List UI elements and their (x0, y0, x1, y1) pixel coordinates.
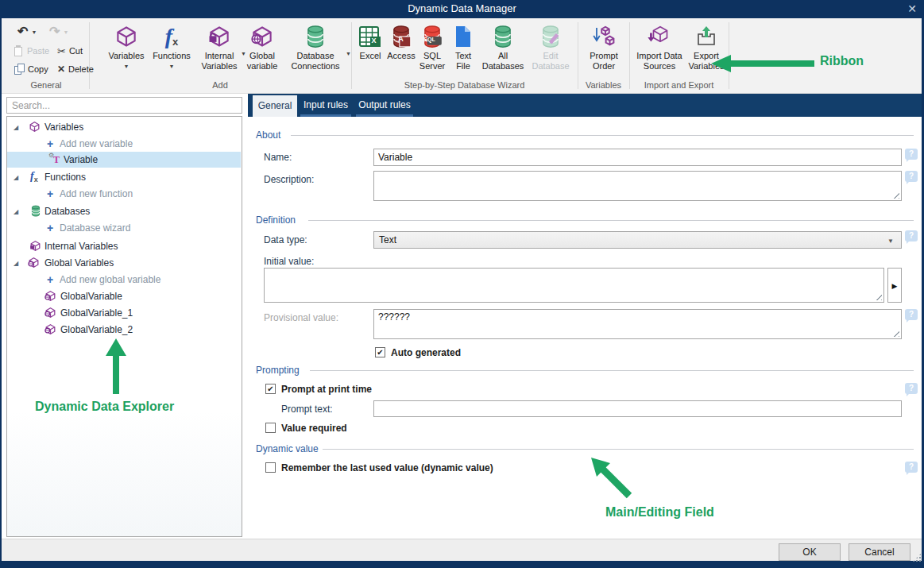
tree-item-label: Variable (64, 154, 98, 165)
paste-icon (14, 45, 24, 56)
tree-item-globalvariable[interactable]: GlobalVariable (7, 288, 241, 304)
import-data-sources-button[interactable]: Import Data Sources (635, 24, 684, 71)
cut-button[interactable]: ✂ Cut (57, 44, 83, 58)
tree-item-label: Databases (44, 206, 90, 217)
tree-item-add-new-variable[interactable]: + Add new variable (7, 136, 241, 152)
global-variable-button[interactable]: Global variable (244, 24, 280, 71)
plus-icon: + (47, 273, 53, 286)
copy-button[interactable]: Copy (14, 62, 48, 76)
section-rule (291, 135, 914, 136)
all-databases-button[interactable]: All Databases (479, 24, 527, 71)
check-icon: ✔ (267, 384, 273, 393)
explorer-annotation-arrow (103, 337, 129, 396)
excel-button[interactable]: X Excel (356, 24, 385, 61)
text-file-icon (449, 24, 477, 49)
text-file-button[interactable]: Text File (449, 24, 477, 71)
window-title: Dynamic Data Manager (0, 2, 924, 14)
internal-variable-lock-cube-icon (195, 24, 243, 49)
variable-cube-icon (103, 24, 149, 49)
data-type-select[interactable]: Text ▼ (373, 231, 902, 249)
expander-icon[interactable]: ◢ (14, 208, 18, 215)
remember-last-value-checkbox[interactable] (265, 462, 276, 473)
global-variable-globe-cube-icon (44, 307, 56, 319)
group-label-add: Add (89, 80, 351, 90)
tree-item-label: Functions (44, 172, 86, 183)
group-separator (351, 22, 352, 89)
undo-button[interactable]: ↶ ▼ (17, 25, 37, 39)
tree-item-global-variables[interactable]: ◢ Global Variables (7, 255, 241, 271)
data-type-label: Data type: (264, 234, 307, 245)
insert-data-source-button[interactable]: ▶ (887, 268, 902, 303)
group-separator (629, 22, 630, 89)
ribbon: ↶ ▼ ↷ ▼ Paste ✂ Cut Copy ✕ Delete Genera… (2, 18, 922, 94)
sql-badge: SQL (423, 35, 436, 44)
prompt-order-icon (583, 24, 624, 49)
global-variable-globe-cube-icon (28, 257, 40, 269)
function-fx-icon: fx (30, 170, 38, 184)
expander-icon[interactable]: ◢ (14, 124, 18, 131)
initial-value-field[interactable] (264, 268, 884, 303)
tab-label: Output rules (358, 99, 410, 110)
tree-item-database-wizard[interactable]: + Database wizard (7, 220, 241, 236)
close-icon[interactable]: ✕ (903, 2, 922, 17)
tree-item-label: Add new global variable (60, 274, 160, 285)
search-input[interactable] (6, 97, 242, 114)
name-field[interactable] (373, 149, 902, 166)
paste-button[interactable]: Paste (14, 44, 49, 58)
access-button[interactable]: A Access (386, 24, 416, 61)
help-icon[interactable]: ? (905, 230, 918, 241)
value-required-label: Value required (281, 423, 347, 434)
cancel-button[interactable]: Cancel (849, 543, 910, 561)
auto-generated-checkbox[interactable]: ✔ (375, 347, 385, 357)
variables-button[interactable]: Variables ▼ (103, 24, 149, 71)
help-icon[interactable]: ? (905, 383, 918, 394)
tree-item-internal-variables[interactable]: Internal Variables (7, 238, 241, 254)
delete-label: Delete (68, 64, 94, 74)
export-variables-icon (685, 24, 728, 49)
delete-button[interactable]: ✕ Delete (57, 62, 94, 76)
check-icon: ✔ (377, 348, 383, 357)
tab-label: Input rules (303, 99, 348, 110)
provisional-value-field[interactable]: ?????? (373, 309, 902, 339)
tree-item-globalvariable-2[interactable]: GlobalVariable_2 (7, 322, 241, 338)
expander-icon[interactable]: ◢ (14, 260, 18, 267)
database-connections-button[interactable]: Database Connections ▼ (281, 24, 350, 71)
redo-button[interactable]: ↷ ▼ (49, 25, 68, 39)
help-icon[interactable]: ? (905, 462, 918, 473)
prompt-at-print-time-checkbox[interactable]: ✔ (265, 384, 276, 394)
help-icon[interactable]: ? (905, 149, 918, 160)
tree-item-databases[interactable]: ◢ Databases (7, 203, 241, 219)
chevron-down-icon: ▼ (151, 61, 192, 71)
database-icon (30, 205, 41, 217)
tab-general[interactable]: General (253, 95, 297, 117)
group-separator (89, 22, 90, 89)
expander-icon[interactable]: ◢ (14, 174, 18, 181)
description-field[interactable] (373, 171, 902, 201)
functions-button[interactable]: fx Functions ▼ (151, 24, 192, 71)
sql-server-button[interactable]: SQL SQL Server (418, 24, 447, 71)
cut-label: Cut (69, 46, 83, 56)
function-fx-icon: fx (151, 24, 192, 49)
value-required-checkbox[interactable] (265, 423, 276, 433)
tab-input-rules[interactable]: Input rules (300, 94, 351, 114)
tree-item-variable-selected[interactable]: ⚙ T Variable (7, 152, 241, 168)
tree-item-globalvariable-1[interactable]: GlobalVariable_1 (7, 305, 241, 321)
help-icon[interactable]: ? (905, 309, 918, 320)
tree-item-variables[interactable]: ◢ Variables (7, 119, 241, 135)
tree-item-add-new-function[interactable]: + Add new function (7, 186, 241, 202)
ok-button[interactable]: OK (779, 543, 841, 561)
prompt-order-button[interactable]: Prompt Order (583, 24, 624, 71)
tab-output-rules[interactable]: Output rules (356, 94, 413, 114)
functions-label: Functions (151, 51, 192, 61)
group-label-variables: Variables (578, 80, 629, 90)
internal-variables-button[interactable]: Internal Variables ▼ (195, 24, 243, 71)
data-type-value: Text (379, 234, 396, 245)
footer-bar: OK Cancel (2, 539, 922, 561)
undo-icon: ↶ (17, 25, 28, 38)
tree-item-functions[interactable]: ◢ fx Functions (7, 169, 241, 185)
help-icon[interactable]: ? (905, 171, 918, 182)
prompt-order-label: Prompt Order (583, 51, 624, 71)
edit-database-button[interactable]: Edit Database (528, 24, 573, 71)
tree-item-add-new-global-variable[interactable]: + Add new global variable (7, 272, 241, 288)
prompt-text-field[interactable] (373, 400, 902, 417)
